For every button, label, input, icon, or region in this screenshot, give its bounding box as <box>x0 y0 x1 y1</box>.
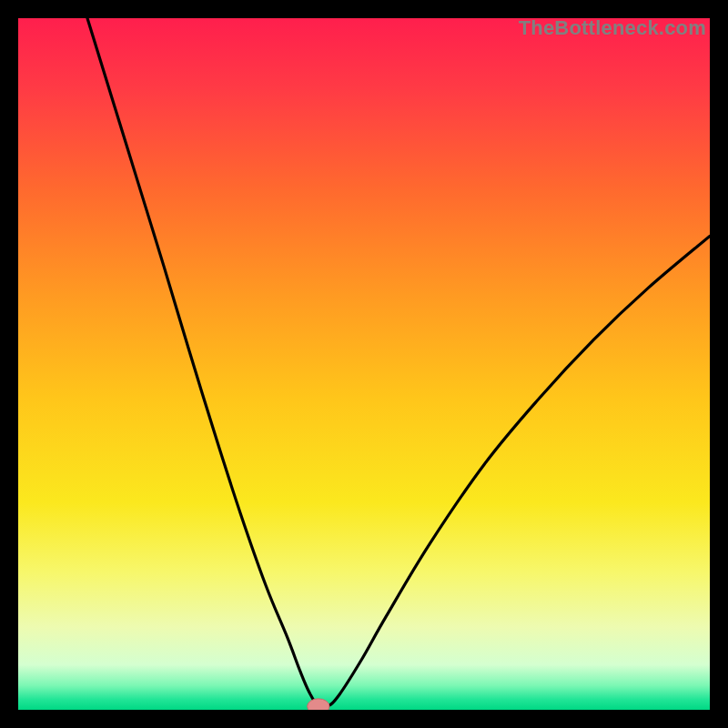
watermark-text: TheBottleneck.com <box>519 16 706 40</box>
chart-frame: TheBottleneck.com <box>18 18 710 710</box>
gradient-background <box>18 18 710 710</box>
chart-svg <box>18 18 710 710</box>
optimal-point-marker <box>308 699 329 710</box>
